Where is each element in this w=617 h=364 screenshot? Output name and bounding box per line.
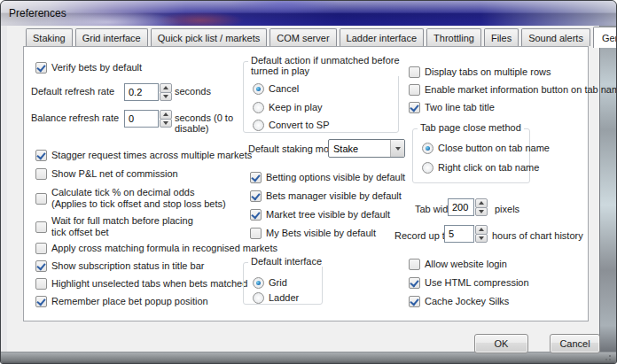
checkbox-box[interactable] bbox=[35, 221, 47, 233]
arrow-up-icon bbox=[479, 228, 484, 231]
checkbox-box[interactable] bbox=[409, 102, 420, 113]
record-hours-spinner[interactable]: 5 bbox=[444, 225, 488, 243]
stagger-requests-checkbox[interactable]: Stagger request times across multiple ma… bbox=[35, 150, 252, 161]
checkbox-box[interactable] bbox=[250, 172, 262, 183]
checkbox-box[interactable] bbox=[35, 62, 47, 74]
checkbox-box[interactable] bbox=[35, 150, 47, 161]
tab-sound-alerts[interactable]: Sound alerts bbox=[521, 28, 590, 46]
pnl-net-commission-checkbox[interactable]: Show P&L net of commission bbox=[35, 168, 178, 180]
checkbox-box[interactable] bbox=[250, 209, 262, 221]
tab-files[interactable]: Files bbox=[484, 28, 519, 46]
radio-button[interactable] bbox=[253, 277, 264, 289]
cancel-button[interactable]: Cancel bbox=[550, 334, 600, 353]
tab-strip: Staking Grid interface Quick pick list /… bbox=[26, 27, 617, 48]
checkbox-box[interactable] bbox=[35, 260, 47, 272]
balance-refresh-spinner[interactable]: 0 bbox=[124, 110, 172, 128]
tab-com-server[interactable]: COM server bbox=[269, 28, 336, 46]
radio-button[interactable] bbox=[253, 102, 264, 113]
spin-up-button[interactable] bbox=[475, 198, 488, 208]
verify-bets-checkbox[interactable]: Verify bets by default bbox=[35, 62, 142, 74]
jockey-silks-checkbox[interactable]: Cache Jockey Silks bbox=[409, 296, 509, 307]
checkbox-label: Highlight unselected tabs when bets matc… bbox=[51, 278, 247, 290]
checkbox-box[interactable] bbox=[250, 190, 262, 202]
tab-close-method-group-label: Tab page close method bbox=[418, 122, 524, 133]
radio-button[interactable] bbox=[422, 162, 433, 174]
ok-button[interactable]: OK bbox=[474, 334, 528, 353]
record-up-to-label: Record up to bbox=[394, 230, 450, 242]
website-login-checkbox[interactable]: Allow website login bbox=[409, 259, 507, 270]
titlebar[interactable]: Preferences bbox=[1, 1, 616, 26]
tab-width-spinner[interactable]: 200 bbox=[448, 198, 488, 216]
checkbox-box[interactable] bbox=[250, 228, 262, 239]
combo-dropdown-button[interactable] bbox=[390, 140, 404, 157]
unmatched-action-group: Default action if unmatched before turne… bbox=[243, 61, 399, 133]
checkbox-box[interactable] bbox=[35, 243, 47, 254]
checkbox-box[interactable] bbox=[409, 296, 420, 307]
checkbox-box[interactable] bbox=[409, 259, 420, 270]
checkbox-box[interactable] bbox=[409, 277, 420, 289]
cross-matching-checkbox[interactable]: Apply cross matching formula in recognis… bbox=[35, 243, 277, 254]
spin-down-button[interactable] bbox=[475, 234, 488, 244]
radio-button[interactable] bbox=[253, 83, 264, 95]
two-line-tab-title-checkbox[interactable]: Two line tab title bbox=[409, 102, 495, 113]
default-refresh-value[interactable]: 0.2 bbox=[124, 83, 159, 101]
balance-refresh-value[interactable]: 0 bbox=[124, 110, 159, 128]
radio-keep-in-play[interactable]: Keep in play bbox=[253, 102, 323, 113]
radio-cancel[interactable]: Cancel bbox=[253, 83, 299, 95]
tab-throttling[interactable]: Throttling bbox=[426, 28, 481, 46]
html-compression-checkbox[interactable]: Use HTML compression bbox=[409, 277, 529, 289]
record-hours-value[interactable]: 5 bbox=[444, 225, 474, 243]
checkbox-box[interactable] bbox=[409, 66, 420, 78]
tab-close-method-group: Tab page close method Close button on ta… bbox=[412, 128, 530, 183]
multiple-rows-checkbox[interactable]: Display tabs on multiple rows bbox=[409, 66, 551, 78]
radio-convert-to-sp[interactable]: Convert to SP bbox=[253, 120, 329, 131]
tab-width-value[interactable]: 200 bbox=[448, 198, 474, 216]
window-frame-right bbox=[599, 26, 616, 352]
checkbox-label: Allow website login bbox=[425, 259, 507, 270]
checkbox-box[interactable] bbox=[35, 278, 47, 290]
radio-grid[interactable]: Grid bbox=[253, 277, 287, 289]
spin-up-button[interactable] bbox=[475, 225, 488, 235]
radio-right-click-on-tab[interactable]: Right click on tab name bbox=[422, 162, 539, 174]
arrow-up-icon bbox=[163, 86, 168, 89]
calculate-tick-checkbox[interactable]: Calculate tick % on decimal odds (Applie… bbox=[35, 187, 226, 210]
checkbox-label: Remember place bet popup position bbox=[51, 296, 208, 307]
bets-manager-checkbox[interactable]: Bets manager visible by default bbox=[250, 190, 402, 202]
checkbox-box[interactable] bbox=[35, 168, 47, 180]
checkbox-box[interactable] bbox=[409, 84, 420, 96]
highlight-tabs-checkbox[interactable]: Highlight unselected tabs when bets matc… bbox=[35, 278, 247, 290]
my-bets-checkbox[interactable]: My Bets visible by default bbox=[250, 228, 376, 239]
spin-down-button[interactable] bbox=[475, 207, 488, 217]
checkbox-label: Enable market information button on tab … bbox=[425, 84, 617, 96]
spin-down-button[interactable] bbox=[160, 119, 172, 128]
spin-down-button[interactable] bbox=[160, 92, 172, 102]
spin-up-button[interactable] bbox=[160, 83, 172, 93]
market-tree-checkbox[interactable]: Market tree visible by default bbox=[250, 209, 390, 221]
checkbox-label: My Bets visible by default bbox=[266, 228, 376, 239]
checkbox-box[interactable] bbox=[35, 193, 47, 205]
tab-quick-pick-list-markets[interactable]: Quick pick list / markets bbox=[151, 28, 268, 46]
remember-popup-checkbox[interactable]: Remember place bet popup position bbox=[35, 296, 208, 307]
tab-ladder-interface[interactable]: Ladder interface bbox=[340, 28, 425, 46]
radio-close-button-on-tab[interactable]: Close button on tab name bbox=[422, 143, 550, 154]
radio-ladder[interactable]: Ladder bbox=[253, 292, 299, 304]
default-refresh-spinner[interactable]: 0.2 bbox=[124, 83, 172, 101]
radio-button[interactable] bbox=[253, 292, 264, 304]
tab-grid-interface[interactable]: Grid interface bbox=[75, 28, 148, 46]
spin-up-button[interactable] bbox=[160, 110, 172, 120]
market-info-button-checkbox[interactable]: Enable market information button on tab … bbox=[409, 84, 617, 96]
radio-button[interactable] bbox=[253, 120, 264, 131]
betting-options-checkbox[interactable]: Betting options visible by default bbox=[250, 172, 405, 183]
checkbox-box[interactable] bbox=[35, 296, 47, 307]
tab-general[interactable]: General bbox=[593, 27, 617, 48]
staking-mode-combobox[interactable]: Stake bbox=[328, 139, 405, 158]
resize-grip-icon[interactable] bbox=[604, 353, 611, 360]
subscription-status-checkbox[interactable]: Show subscription status in title bar bbox=[35, 260, 204, 272]
tab-staking[interactable]: Staking bbox=[26, 28, 73, 46]
checkbox-label: Wait for full match before placing tick … bbox=[51, 215, 193, 238]
radio-button[interactable] bbox=[422, 143, 433, 154]
default-interface-group-label: Default interface bbox=[248, 256, 324, 267]
radio-label: Ladder bbox=[269, 292, 299, 304]
radio-label: Convert to SP bbox=[269, 120, 329, 131]
wait-full-match-checkbox[interactable]: Wait for full match before placing tick … bbox=[35, 215, 193, 238]
